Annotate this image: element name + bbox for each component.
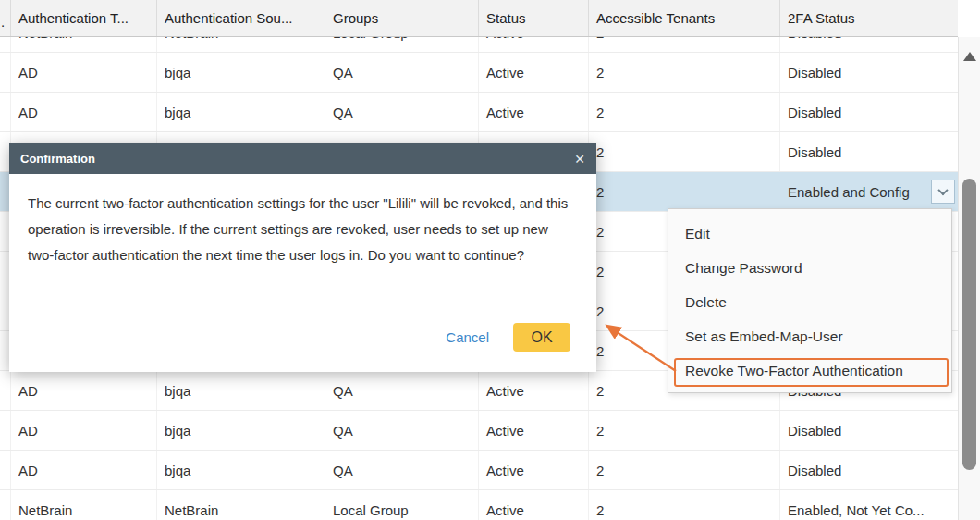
- cell-status: Active: [479, 37, 589, 52]
- cell-value: 2: [596, 224, 604, 240]
- cell-value: NetBrain: [18, 502, 72, 518]
- ok-button[interactable]: OK: [513, 323, 570, 352]
- cell-value: NetBrain: [165, 37, 218, 41]
- cell-value: Active: [486, 463, 524, 478]
- cell-status: Active: [479, 93, 589, 131]
- scroll-up-arrow-icon[interactable]: [963, 52, 976, 61]
- cell-2fa-status: Disabled: [780, 132, 958, 171]
- row-context-menu: EditChange PasswordDeleteSet as Embed-Ma…: [668, 208, 952, 393]
- menu-item-set-as-embed-map-user[interactable]: Set as Embed-Map-User: [668, 319, 951, 353]
- column-header-label: Authentication Sou...: [165, 10, 292, 26]
- menu-item-label: Revoke Two-Factor Authentication: [685, 363, 903, 378]
- cell-2fa-status: Disabled: [780, 93, 958, 131]
- column-header-auth-source[interactable]: Authentication Sou...: [157, 0, 325, 36]
- scrollbar-thumb[interactable]: [962, 179, 976, 470]
- menu-item-revoke-two-factor-authentication[interactable]: Revoke Two-Factor Authentication: [668, 353, 951, 388]
- column-header-label: Authentication T...: [18, 10, 129, 26]
- cell-groups: Local Group: [325, 37, 479, 52]
- table-row[interactable]: ADbjqaQAActive2Disabled: [0, 53, 958, 93]
- column-header-label: .: [1, 14, 5, 30]
- cell-value: AD: [18, 423, 38, 439]
- table-row[interactable]: ADbjqaQAActive2Disabled: [0, 93, 958, 132]
- cell-value: 2: [596, 37, 604, 41]
- cell-value: 2: [596, 423, 604, 439]
- cell-value: Enabled, Not Yet Co...: [788, 502, 925, 518]
- cell-value: 2: [596, 264, 604, 279]
- column-header-auth-type[interactable]: Authentication T...: [11, 0, 157, 36]
- cell-groups: QA: [325, 451, 479, 489]
- cell-value: 2: [596, 65, 604, 80]
- cell-auth-source: bjqa: [157, 411, 325, 450]
- column-header-label: Status: [486, 10, 526, 26]
- cell-value: 2: [596, 303, 604, 319]
- cell-value: 2: [596, 383, 604, 399]
- cell-col0: [0, 490, 11, 520]
- 2fa-status-dropdown[interactable]: [931, 180, 955, 204]
- cell-accessible-tenants: 2: [589, 53, 780, 92]
- cell-value: Disabled: [788, 65, 841, 80]
- cell-value: AD: [18, 65, 38, 80]
- cell-value: 2: [596, 463, 604, 478]
- cancel-button[interactable]: Cancel: [446, 329, 489, 345]
- cell-value: QA: [333, 65, 353, 80]
- cell-2fa-status: Enabled and Config: [780, 172, 958, 211]
- column-header-status[interactable]: Status: [479, 0, 589, 36]
- menu-item-label: Delete: [685, 294, 727, 310]
- dialog-title: Confirmation: [20, 152, 574, 166]
- cell-auth-source: bjqa: [157, 53, 325, 92]
- menu-item-edit[interactable]: Edit: [668, 217, 951, 251]
- cell-value: Disabled: [788, 37, 841, 41]
- cell-auth-source: NetBrain: [157, 490, 325, 520]
- dialog-header[interactable]: Confirmation ✕: [9, 143, 596, 174]
- cell-value: Active: [486, 105, 524, 120]
- cell-auth-source: bjqa: [157, 93, 325, 131]
- table-header-row: .Authentication T...Authentication Sou..…: [0, 0, 958, 37]
- table-row[interactable]: ADbjqaQAActive2Disabled: [0, 451, 958, 490]
- cell-auth-type: NetBrain: [11, 490, 157, 520]
- cell-2fa-status: Disabled: [780, 411, 958, 450]
- cell-value: QA: [333, 105, 353, 120]
- cell-status: Active: [479, 371, 589, 410]
- cell-auth-type: NetBrain: [11, 37, 157, 52]
- cell-auth-type: AD: [11, 371, 157, 410]
- cell-auth-type: AD: [11, 451, 157, 489]
- cell-value: NetBrain: [18, 37, 72, 41]
- cell-value: Active: [486, 65, 524, 80]
- column-header-col0[interactable]: .: [0, 0, 11, 36]
- cell-value: Enabled and Config: [788, 184, 910, 200]
- cell-auth-source: NetBrain: [157, 37, 325, 52]
- column-header-2fa-status[interactable]: 2FA Status: [780, 0, 958, 36]
- table-row[interactable]: ADbjqaQAActive2Disabled: [0, 411, 958, 451]
- cell-value: AD: [18, 383, 38, 399]
- cell-value: 2: [596, 184, 604, 200]
- table-row[interactable]: NetBrainNetBrainLocal GroupActive2Disabl…: [0, 37, 958, 53]
- cell-value: bjqa: [165, 463, 190, 478]
- cell-2fa-status: Disabled: [780, 451, 958, 489]
- cell-col0: [0, 37, 11, 52]
- menu-item-label: Edit: [685, 226, 710, 241]
- cell-value: 2: [596, 502, 604, 518]
- cell-value: Disabled: [788, 105, 841, 120]
- close-icon[interactable]: ✕: [574, 153, 585, 166]
- menu-item-delete[interactable]: Delete: [668, 285, 951, 319]
- cell-col0: [0, 93, 11, 131]
- cell-value: Active: [486, 502, 524, 518]
- cell-value: Disabled: [788, 423, 841, 439]
- menu-item-change-password[interactable]: Change Password: [668, 251, 951, 285]
- cell-value: AD: [18, 463, 38, 478]
- cell-value: Disabled: [788, 463, 841, 478]
- table-row[interactable]: NetBrainNetBrainLocal GroupActive2Enable…: [0, 490, 958, 520]
- cell-auth-source: bjqa: [157, 451, 325, 489]
- column-header-label: Accessible Tenants: [596, 10, 715, 26]
- vertical-scrollbar[interactable]: [958, 37, 980, 520]
- cell-value: bjqa: [165, 105, 190, 120]
- cell-value: Local Group: [333, 502, 409, 518]
- column-header-groups[interactable]: Groups: [325, 0, 479, 36]
- cell-groups: QA: [325, 53, 479, 92]
- cell-accessible-tenants: 2: [589, 451, 780, 489]
- dialog-footer: Cancel OK: [446, 323, 570, 352]
- cell-col0: [0, 411, 11, 450]
- chevron-down-icon: [937, 185, 948, 195]
- cell-status: Active: [479, 490, 589, 520]
- column-header-accessible-tenants[interactable]: Accessible Tenants: [589, 0, 780, 36]
